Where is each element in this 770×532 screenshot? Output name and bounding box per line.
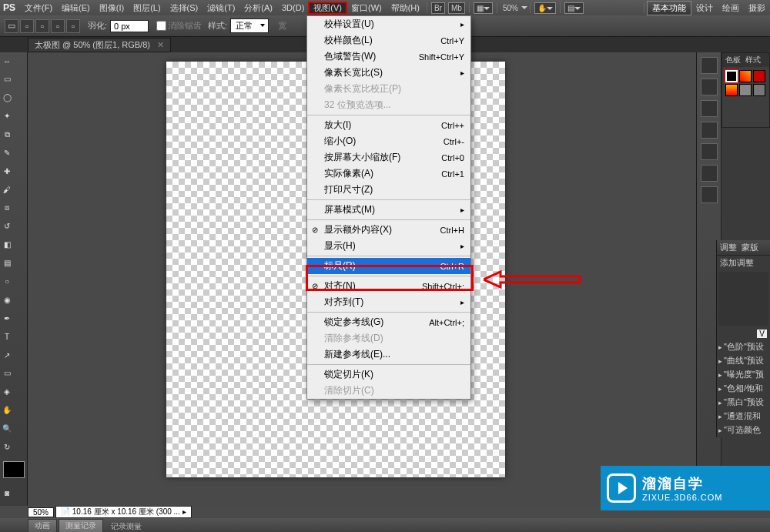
bridge-button[interactable]: Br bbox=[431, 2, 445, 14]
menu-analysis[interactable]: 分析(A) bbox=[239, 2, 277, 14]
menu-layer[interactable]: 图层(L) bbox=[129, 2, 165, 14]
type-tool-icon[interactable]: T bbox=[1, 330, 13, 343]
menu-item[interactable]: 放大(I)Ctrl++ bbox=[307, 117, 470, 133]
move-tool-icon[interactable]: ↔ bbox=[1, 55, 13, 67]
quickmask-icon[interactable]: ◙ bbox=[1, 487, 13, 499]
adjustment-icons-grid[interactable] bbox=[718, 272, 768, 326]
menu-filter[interactable]: 滤镜(T) bbox=[203, 2, 239, 14]
preset-exposure[interactable]: "曝光度"预 bbox=[717, 368, 770, 381]
pen-tool-icon[interactable]: ✒ bbox=[1, 312, 13, 324]
style-select[interactable]: 正常 bbox=[230, 18, 269, 33]
zoom-field[interactable]: 50% bbox=[28, 507, 54, 517]
menu-item[interactable]: 标尺(R)Ctrl+R bbox=[307, 258, 470, 274]
chevron-down-icon[interactable] bbox=[521, 6, 527, 9]
menu-item[interactable]: 对齐到(T)▸ bbox=[307, 294, 470, 310]
screen-mode-icon[interactable]: ▦ bbox=[474, 2, 493, 14]
hand-icon[interactable]: ✋ bbox=[534, 2, 556, 14]
menu-item[interactable]: ⊘显示额外内容(X)Ctrl+H bbox=[307, 222, 470, 238]
menu-help[interactable]: 帮助(H) bbox=[387, 2, 424, 14]
menu-file[interactable]: 文件(F) bbox=[20, 2, 57, 14]
antialias-checkbox[interactable] bbox=[156, 21, 166, 31]
path-tool-icon[interactable]: ↗ bbox=[1, 349, 13, 361]
menu-image[interactable]: 图像(I) bbox=[95, 2, 129, 14]
minibridge-button[interactable]: Mb bbox=[448, 2, 465, 14]
preset-selective[interactable]: "可选颜色 bbox=[717, 423, 770, 437]
menu-item[interactable]: 新建参考线(E)... bbox=[307, 346, 470, 363]
menu-3d[interactable]: 3D(D) bbox=[277, 3, 309, 12]
swatch-item[interactable] bbox=[739, 84, 752, 96]
healing-tool-icon[interactable]: ✚ bbox=[1, 165, 13, 177]
menu-item[interactable]: 锁定切片(K) bbox=[307, 366, 470, 383]
marquee-tool-preset-icon[interactable]: ▭ bbox=[5, 19, 18, 33]
adjust-tab[interactable]: 调整 bbox=[720, 242, 737, 253]
workspace-design[interactable]: 设计 bbox=[691, 2, 718, 14]
swatch-item[interactable] bbox=[725, 84, 738, 96]
preset-channel[interactable]: "通道混和 bbox=[717, 410, 770, 423]
swatch-tab-style[interactable]: 样式 bbox=[745, 55, 761, 65]
crop-tool-icon[interactable]: ⧉ bbox=[1, 129, 13, 141]
brush-tool-icon[interactable]: 🖌 bbox=[1, 183, 13, 196]
measurement-tab[interactable]: 测量记录 bbox=[59, 519, 103, 532]
paragraph-panel-icon[interactable] bbox=[701, 165, 718, 182]
blur-tool-icon[interactable]: ○ bbox=[1, 276, 13, 288]
menu-item[interactable]: 缩小(O)Ctrl+- bbox=[307, 133, 470, 149]
preset-levels[interactable]: "色阶"预设 bbox=[717, 340, 770, 353]
feather-input[interactable]: 0 px bbox=[110, 20, 149, 32]
arrange-docs-icon[interactable]: ▤ bbox=[564, 2, 584, 14]
styles-panel-icon[interactable] bbox=[701, 186, 718, 203]
menu-item[interactable]: 色域警告(W)Shift+Ctrl+Y bbox=[307, 49, 470, 65]
rotate-tool-icon[interactable]: ↻ bbox=[1, 440, 13, 453]
animation-tab[interactable]: 动画 bbox=[28, 519, 57, 532]
foreground-background-swatch[interactable] bbox=[3, 461, 25, 478]
menu-item[interactable]: 按屏幕大小缩放(F)Ctrl+0 bbox=[307, 149, 470, 166]
minibridge-panel-icon[interactable] bbox=[701, 57, 718, 74]
swatch-item[interactable] bbox=[739, 70, 752, 82]
info-panel-icon[interactable] bbox=[701, 122, 718, 139]
dodge-tool-icon[interactable]: ◉ bbox=[1, 293, 13, 306]
menu-item[interactable]: 锁定参考线(G)Alt+Ctrl+; bbox=[307, 314, 470, 330]
subtract-selection-icon[interactable]: ▫ bbox=[51, 19, 65, 33]
swatch-item[interactable] bbox=[725, 70, 738, 82]
swatch-tab-color[interactable]: 色板 bbox=[725, 55, 741, 65]
swatch-item[interactable] bbox=[753, 84, 765, 96]
3d-tool-icon[interactable]: ◈ bbox=[1, 386, 13, 398]
preset-bw[interactable]: "黑白"预设 bbox=[717, 396, 770, 409]
workspace-photo[interactable]: 摄影 bbox=[744, 2, 770, 14]
menu-select[interactable]: 选择(S) bbox=[166, 2, 203, 14]
hand-tool-icon[interactable]: ✋ bbox=[1, 404, 13, 417]
menu-item[interactable]: 像素长宽比(S)▸ bbox=[307, 65, 470, 81]
navigator-panel-icon[interactable] bbox=[701, 100, 718, 117]
wand-tool-icon[interactable]: ✦ bbox=[1, 110, 13, 122]
new-selection-icon[interactable]: ▫ bbox=[20, 19, 34, 33]
history-panel-icon[interactable] bbox=[701, 79, 718, 95]
document-tab[interactable]: 太极图 @ 50% (图层1, RGB/8) ✕ bbox=[28, 38, 171, 52]
swatch-item[interactable] bbox=[753, 70, 765, 82]
preset-curves[interactable]: "曲线"预设 bbox=[717, 354, 770, 367]
shape-tool-icon[interactable]: ▭ bbox=[1, 367, 13, 380]
workspace-paint[interactable]: 绘画 bbox=[718, 2, 744, 14]
preset-hue[interactable]: "色相/饱和 bbox=[717, 382, 770, 395]
menu-item[interactable]: 校样颜色(L)Ctrl+Y bbox=[307, 32, 470, 49]
intersect-selection-icon[interactable]: ▫ bbox=[66, 19, 80, 33]
eyedropper-tool-icon[interactable]: ✎ bbox=[1, 146, 13, 159]
workspace-basic[interactable]: 基本功能 bbox=[647, 1, 691, 15]
menu-edit[interactable]: 编辑(E) bbox=[57, 2, 95, 14]
menu-item[interactable]: ⊘对齐(N)Shift+Ctrl+; bbox=[307, 278, 470, 294]
footer-label[interactable]: 记录测量 bbox=[105, 521, 142, 532]
menu-window[interactable]: 窗口(W) bbox=[346, 2, 387, 14]
marquee-tool-icon[interactable]: ▭ bbox=[1, 73, 13, 85]
doc-info[interactable]: 📄 10.16 厘米 x 10.16 厘米 (300 ... ▸ bbox=[55, 506, 192, 518]
menu-item[interactable]: 显示(H)▸ bbox=[307, 238, 470, 254]
close-tab-icon[interactable]: ✕ bbox=[157, 40, 164, 49]
add-selection-icon[interactable]: ▫ bbox=[35, 19, 49, 33]
menu-view[interactable]: 视图(V) bbox=[309, 2, 346, 14]
mask-tab[interactable]: 蒙版 bbox=[742, 242, 758, 253]
menu-item[interactable]: 实际像素(A)Ctrl+1 bbox=[307, 166, 470, 182]
menu-item[interactable]: 屏幕模式(M)▸ bbox=[307, 202, 470, 218]
menu-item[interactable]: 打印尺寸(Z) bbox=[307, 182, 470, 198]
character-panel-icon[interactable] bbox=[701, 143, 718, 160]
zoom-tool-icon[interactable]: 🔍 bbox=[1, 423, 13, 435]
history-brush-icon[interactable]: ↺ bbox=[1, 220, 13, 233]
eraser-tool-icon[interactable]: ◧ bbox=[1, 239, 13, 251]
zoom-level[interactable]: 50% bbox=[503, 4, 518, 12]
